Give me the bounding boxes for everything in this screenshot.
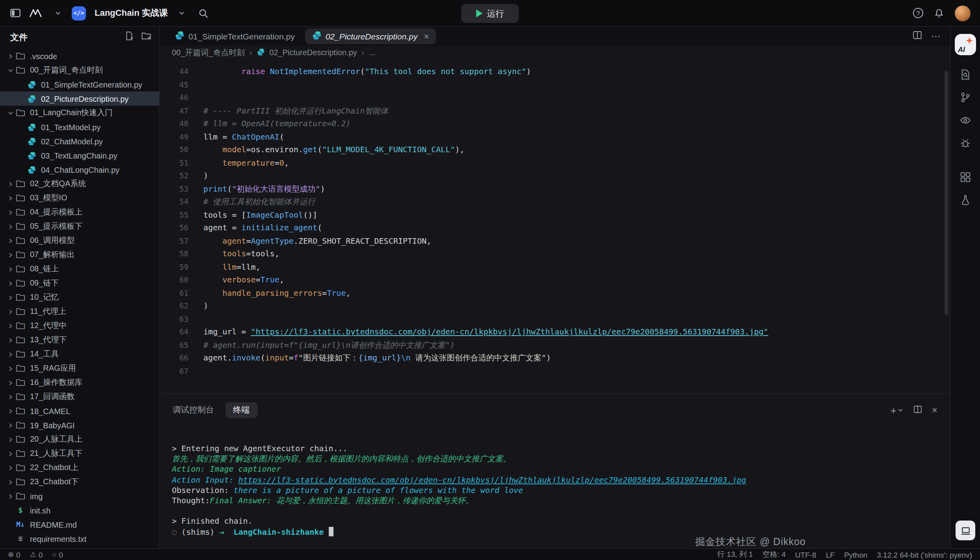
scrollbar-thumb[interactable] (945, 71, 948, 315)
new-file-icon[interactable] (124, 30, 134, 44)
tree-file[interactable]: 02_PictureDescription.py (0, 91, 159, 106)
folder-icon (15, 221, 26, 231)
split-editor-icon[interactable] (912, 30, 922, 43)
tree-file[interactable]: M↓README.md (0, 517, 159, 532)
tree-folder[interactable]: img (0, 489, 159, 503)
code-line: 65# agent.run(input=f"{img_url}\n请创作合适的中… (160, 339, 950, 352)
tree-file[interactable]: ≡requirements.txt (0, 532, 159, 546)
workspace-icon[interactable]: </> (72, 6, 86, 20)
code-line: 51 temperature=0, (160, 157, 950, 170)
status-item[interactable]: 3.12.2 64-bit ('shims': pyenv) (877, 550, 972, 559)
line-number: 58 (160, 248, 188, 261)
tree-folder[interactable]: 13_代理下 (0, 333, 159, 347)
line-number: 63 (160, 313, 188, 326)
layout-sidebar-icon[interactable] (8, 6, 22, 20)
folder-icon (15, 491, 26, 501)
app-logo-icon[interactable] (29, 6, 43, 20)
tree-file[interactable]: 04_ChatLongChain.py (0, 162, 159, 177)
tree-folder[interactable]: 14_工具 (0, 347, 159, 361)
breadcrumb-folder[interactable]: 00_开篇词_奇点时刻 (172, 47, 245, 58)
chevron-down-icon[interactable] (50, 6, 65, 20)
tree-folder[interactable]: 09_链下 (0, 276, 159, 290)
tree-folder[interactable]: 08_链上 (0, 262, 159, 276)
tree-folder[interactable]: 23_Chatbot下 (0, 475, 159, 489)
new-terminal-icon[interactable]: + (891, 404, 904, 416)
help-icon[interactable]: ? (913, 8, 923, 18)
split-terminal-icon[interactable] (913, 404, 922, 416)
tree-folder[interactable]: 04_提示模板上 (0, 205, 159, 219)
status-bar: ⊗0⚠0○0 行 13, 列 1空格: 4UTF-8LFPython3.12.2… (0, 548, 980, 560)
line-number: 53 (160, 183, 188, 196)
close-tab-icon[interactable]: × (424, 32, 429, 41)
tree-folder[interactable]: 03_模型IO (0, 191, 159, 205)
tree-folder[interactable]: 19_BabyAGI (0, 418, 159, 432)
tab-02-picturedescription[interactable]: 02_PictureDescription.py × (305, 28, 436, 44)
close-panel-icon[interactable]: × (932, 405, 937, 416)
bell-icon[interactable] (932, 6, 946, 20)
terminal[interactable]: > Entering new AgentExecutor chain...首先，… (160, 426, 950, 548)
tree-folder[interactable]: 07_解析输出 (0, 248, 159, 262)
project-name[interactable]: LangChain 实战课 (95, 7, 168, 19)
test-flask-icon[interactable] (960, 189, 971, 211)
line-number: 60 (160, 274, 188, 287)
tree-folder[interactable]: 12_代理中 (0, 319, 159, 333)
tree-folder[interactable]: 20_人脉工具上 (0, 432, 159, 446)
status-circle[interactable]: ○0 (52, 550, 63, 559)
avatar[interactable] (955, 5, 971, 21)
tab-debug-console[interactable]: 调试控制台 (173, 405, 214, 416)
tree-folder[interactable]: 01_LangChain快速入门 (0, 106, 159, 120)
tree-folder[interactable]: 10_记忆 (0, 290, 159, 304)
tree-folder[interactable]: 00_开篇词_奇点时刻 (0, 63, 159, 77)
tree-folder[interactable]: 16_操作数据库 (0, 375, 159, 390)
tree-file[interactable]: 03_TextLangChain.py (0, 148, 159, 162)
ai-assistant-button[interactable]: AI (955, 34, 976, 55)
breadcrumb-file[interactable]: 02_PictureDescription.py (269, 48, 357, 57)
tree-file[interactable]: $init.sh (0, 503, 159, 517)
new-folder-icon[interactable] (141, 30, 151, 44)
tree-folder[interactable]: 18_CAMEL (0, 404, 159, 418)
terminal-laptop-icon[interactable] (956, 521, 975, 540)
tree-item-label: 04_提示模板上 (30, 207, 82, 218)
source-control-icon[interactable] (960, 86, 971, 109)
tree-file[interactable]: 01_SimpleTextGeneration.py (0, 77, 159, 91)
tree-folder[interactable]: 22_Chatbot上 (0, 461, 159, 475)
tree-folder[interactable]: 11_代理上 (0, 304, 159, 319)
file-search-icon[interactable] (960, 63, 971, 86)
tree-folder[interactable]: 17_回调函数 (0, 390, 159, 404)
chevron-icon (6, 307, 15, 316)
tree-folder[interactable]: 06_调用模型 (0, 233, 159, 248)
tree-file[interactable]: 02_ChatModel.py (0, 134, 159, 148)
breadcrumb-more[interactable]: ... (369, 48, 376, 57)
tree-folder[interactable]: 15_RAG应用 (0, 361, 159, 375)
tab-terminal[interactable]: 终端 (225, 402, 257, 418)
tree-item-label: 16_操作数据库 (30, 377, 82, 388)
code-line: 66agent.invoke(input=f"图片链接如下：{img_url}\… (160, 352, 950, 365)
search-icon[interactable] (196, 6, 211, 20)
debug-bug-icon[interactable] (960, 132, 971, 155)
chevron-down-icon[interactable] (175, 6, 189, 20)
run-button[interactable]: 运行 (461, 4, 519, 23)
line-number: 65 (160, 339, 188, 352)
error-icon: ⊗ (8, 551, 14, 558)
tab-01-simpletextgeneration[interactable]: 01_SimpleTextGeneration.py (168, 28, 302, 44)
tree-folder[interactable]: 02_文档QA系统 (0, 177, 159, 191)
status-item[interactable]: 空格: 4 (762, 549, 786, 560)
extensions-grid-icon[interactable] (960, 166, 971, 189)
code-editor[interactable]: 44 raise NotImplementedError("This tool … (160, 59, 950, 394)
tree-folder[interactable]: 21_人脉工具下 (0, 446, 159, 461)
tree-item-label: 06_调用模型 (30, 235, 75, 246)
status-item[interactable]: 行 13, 列 1 (717, 549, 753, 560)
breadcrumb-separator: › (362, 48, 365, 57)
preview-eye-icon[interactable] (960, 109, 971, 132)
more-actions-icon[interactable]: ⋯ (931, 31, 941, 42)
status-error[interactable]: ⊗0 (8, 550, 20, 559)
status-item[interactable]: UTF-8 (795, 550, 816, 559)
tree-item-label: 01_TextModel.py (41, 123, 101, 131)
tree-file[interactable]: 01_TextModel.py (0, 120, 159, 134)
status-item[interactable]: LF (826, 550, 835, 559)
tree-folder[interactable]: .vscode (0, 49, 159, 63)
tree-folder[interactable]: 05_提示模板下 (0, 219, 159, 233)
status-item[interactable]: Python (844, 550, 867, 559)
tree-item-label: .vscode (30, 52, 57, 60)
status-warning[interactable]: ⚠0 (30, 550, 43, 559)
